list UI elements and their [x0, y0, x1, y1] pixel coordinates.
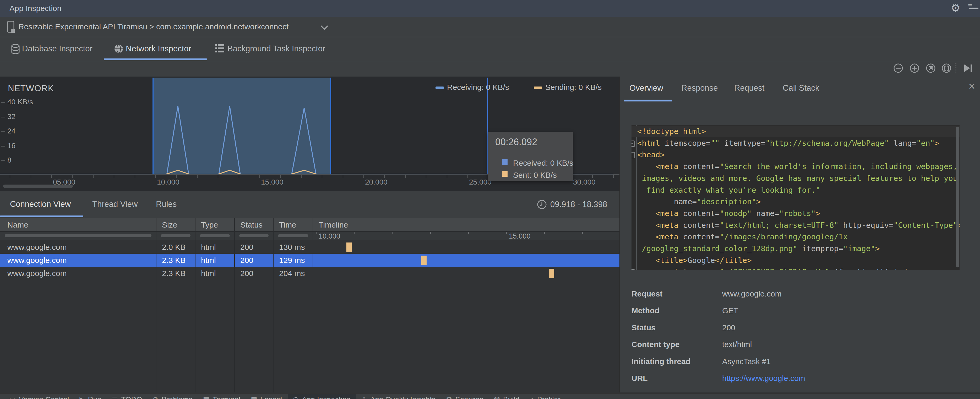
close-icon[interactable]: ×: [969, 80, 975, 93]
code-scrollbar[interactable]: [956, 127, 959, 267]
run-icon: ▶: [80, 395, 84, 399]
x-tick: [259, 175, 260, 178]
tool-window-button-terminal[interactable]: ▦Terminal: [198, 394, 245, 399]
code-line: <meta content="Search the world's inform…: [632, 161, 959, 172]
zoom-out-button[interactable]: [892, 62, 904, 74]
tool-window-button-version-control[interactable]: ⊶Version Control: [4, 394, 74, 399]
tab-rules[interactable]: Rules: [156, 191, 177, 217]
tool-window-button-build[interactable]: ⚒Build: [489, 394, 525, 399]
app-quality-insights-icon: ⚠: [361, 395, 367, 399]
zoom-in-button[interactable]: [909, 62, 920, 74]
tab-label: Background Task Inspector: [228, 37, 325, 60]
column-scrollbar[interactable]: [5, 234, 151, 237]
column-scrollbar[interactable]: [161, 234, 191, 237]
column-header-timeline[interactable]: Timeline: [319, 219, 348, 231]
table-row[interactable]: www.google.com2.3 KBhtml200129 ms: [0, 254, 619, 267]
layout-icon[interactable]: ≡: [968, 0, 972, 11]
column-header-type[interactable]: Type: [201, 219, 218, 231]
fold-marker-icon[interactable]: −: [632, 269, 635, 270]
column-header-status[interactable]: Status: [240, 219, 262, 231]
code-token: "description": [697, 197, 756, 206]
code-line: <meta content="noodp" name="robots">: [632, 207, 959, 219]
y-tick-dash: [1, 102, 5, 103]
detail-value-initiating-thread: AsyncTask #1: [722, 357, 771, 366]
tool-window-label: Profiler: [537, 395, 560, 399]
x-tick: [468, 175, 468, 178]
connection-view-tab-bar: 09.918 - 18.398 Connection ViewThread Vi…: [0, 191, 619, 219]
column-scrollbar[interactable]: [278, 234, 308, 237]
y-tick-dash: [1, 131, 5, 132]
tab-thread-view[interactable]: Thread View: [92, 191, 138, 217]
cell-type: html: [201, 241, 232, 254]
column-scrollbar[interactable]: [239, 234, 269, 237]
code-token: "noodp": [719, 209, 751, 218]
tab-overview[interactable]: Overview: [629, 77, 663, 100]
code-token: "Search the world's information, includi…: [719, 162, 958, 171]
cell-status: 200: [240, 254, 271, 267]
code-token: "p4QZXBJIXBBwFl3DtS-vXw": [719, 267, 829, 270]
x-tick-label: 30.000: [573, 178, 596, 187]
table-row[interactable]: www.google.com2.0 KBhtml200130 ms: [0, 241, 619, 254]
table-header[interactable]: NameSizeTypeStatusTimeTimeline: [0, 219, 619, 232]
code-line: <script nonce="p4QZXBJIXBBwFl3DtS-vXw">(…: [632, 266, 959, 270]
code-line: <meta content="/images/branding/googleg/…: [632, 231, 959, 243]
process-selector-bar[interactable]: Resizable Experimental API Tiramisu > co…: [0, 17, 980, 37]
x-tick: [426, 175, 426, 178]
clock-icon: [537, 199, 547, 210]
timeline-request-bar: [422, 255, 426, 265]
response-code-viewer[interactable]: <!doctype html><html itemscope="" itemty…: [632, 125, 959, 270]
code-token: itemprop=: [797, 244, 843, 253]
code-token: "": [710, 139, 719, 148]
sending-legend-swatch: [534, 86, 542, 89]
gear-icon[interactable]: ⚙: [951, 2, 961, 14]
connection-detail-pane: OverviewResponseRequestCall Stack × <!do…: [620, 77, 980, 393]
code-token: name=: [752, 209, 779, 218]
column-header-time[interactable]: Time: [279, 219, 296, 231]
chevron-down-icon[interactable]: [321, 22, 328, 30]
tool-window-button-services[interactable]: ⚙Services: [441, 394, 489, 399]
zoom-to-selection-button[interactable]: [941, 62, 952, 74]
tab-response[interactable]: Response: [681, 77, 718, 100]
network-chart[interactable]: NETWORK 40 KB/s3224168 05.00010.00015.00…: [0, 77, 619, 191]
tool-window-button-app-inspection[interactable]: ◎App Inspection: [288, 394, 356, 399]
tooltip-sent: Sent: 0 KB/s: [513, 171, 557, 180]
code-token: <script: [637, 267, 687, 270]
tab-request[interactable]: Request: [734, 77, 764, 100]
detail-value-url[interactable]: https://www.google.com: [722, 374, 805, 383]
table-subheader-ruler: 10.00015.000: [0, 232, 619, 240]
fold-marker-icon[interactable]: −: [632, 152, 635, 158]
code-token: <!doctype html>: [637, 127, 706, 136]
tool-window-button-run[interactable]: ▶Run: [74, 394, 107, 399]
chart-horizontal-scrollbar[interactable]: [3, 185, 73, 188]
table-row[interactable]: www.google.com2.3 KBhtml200204 ms: [0, 267, 619, 280]
reset-zoom-button[interactable]: [925, 62, 937, 74]
tool-window-button-logcat[interactable]: ▤Logcat: [245, 394, 288, 399]
y-tick-label: 24: [7, 127, 16, 135]
x-tick: [218, 175, 218, 178]
column-header-size[interactable]: Size: [162, 219, 177, 231]
y-tick-dash: [1, 160, 5, 161]
tool-window-button-problems[interactable]: ⊘Problems: [148, 394, 198, 399]
column-scrollbar[interactable]: [200, 234, 230, 237]
database-icon: [11, 43, 21, 55]
detail-value-status: 200: [722, 323, 735, 332]
column-header-name[interactable]: Name: [7, 219, 28, 231]
go-live-button[interactable]: [962, 62, 974, 74]
tool-window-label: Services: [455, 395, 483, 399]
tab-connection-view[interactable]: Connection View: [10, 191, 71, 217]
x-tick: [405, 175, 406, 178]
code-token: <meta: [637, 232, 678, 241]
code-token: <html: [637, 139, 660, 148]
tool-window-button-profiler[interactable]: ◔Profiler: [525, 394, 565, 399]
chart-toolbar: [0, 61, 980, 77]
y-tick-dash: [1, 146, 5, 147]
tool-window-label: Build: [503, 395, 519, 399]
build-icon: ⚒: [494, 395, 500, 399]
detail-value-method: GET: [722, 306, 738, 315]
fold-marker-icon[interactable]: −: [632, 140, 635, 147]
tab-call-stack[interactable]: Call Stack: [783, 77, 819, 100]
detail-label-url: URL: [632, 374, 648, 383]
y-tick-label: 8: [7, 156, 11, 164]
tool-window-button-todo[interactable]: ☰TODO: [107, 394, 148, 399]
tool-window-button-app-quality-insights[interactable]: ⚠App Quality Insights: [356, 394, 441, 399]
